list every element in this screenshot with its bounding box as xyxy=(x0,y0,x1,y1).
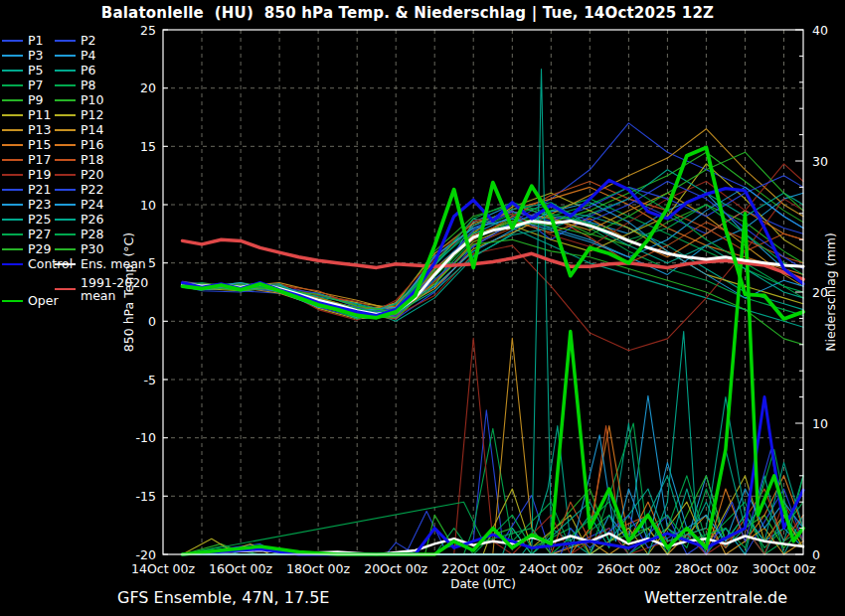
svg-text:16Oct 00z: 16Oct 00z xyxy=(209,561,272,576)
svg-text:-20: -20 xyxy=(136,547,156,562)
svg-text:30Oct 00z: 30Oct 00z xyxy=(753,561,816,576)
svg-text:22Oct 00z: 22Oct 00z xyxy=(441,561,505,576)
svg-text:850 hPa Temp. (°C): 850 hPa Temp. (°C) xyxy=(121,232,136,352)
svg-text:5: 5 xyxy=(148,255,156,270)
svg-text:0: 0 xyxy=(812,547,820,562)
svg-text:15: 15 xyxy=(140,139,156,154)
svg-text:Date (UTC): Date (UTC) xyxy=(450,577,516,591)
model-info: GFS Ensemble, 47N, 17.5E xyxy=(117,588,329,607)
svg-text:14Oct 00z: 14Oct 00z xyxy=(131,561,195,576)
svg-text:25: 25 xyxy=(140,23,156,38)
svg-text:20: 20 xyxy=(140,80,156,95)
ensemble-chart: -20-15-10-5051015202501020304014Oct 00z1… xyxy=(0,0,845,616)
meteogram-page: Balatonlelle (HU) 850 hPa Temp. & Nieder… xyxy=(0,0,845,616)
watermark: Wetterzentrale.de xyxy=(644,588,787,607)
svg-text:10: 10 xyxy=(140,198,156,213)
svg-text:Niederschlag (mm): Niederschlag (mm) xyxy=(823,232,838,352)
svg-text:18Oct 00z: 18Oct 00z xyxy=(286,561,350,576)
svg-text:-10: -10 xyxy=(136,430,156,445)
svg-text:20Oct 00z: 20Oct 00z xyxy=(364,561,427,576)
svg-text:10: 10 xyxy=(812,416,828,431)
svg-text:24Oct 00z: 24Oct 00z xyxy=(519,561,583,576)
svg-text:28Oct 00z: 28Oct 00z xyxy=(674,561,738,576)
svg-text:26Oct 00z: 26Oct 00z xyxy=(596,561,660,576)
svg-text:-15: -15 xyxy=(136,489,156,504)
svg-text:-5: -5 xyxy=(144,373,156,387)
svg-text:0: 0 xyxy=(148,314,156,329)
svg-text:40: 40 xyxy=(812,23,828,38)
svg-text:30: 30 xyxy=(812,154,828,169)
